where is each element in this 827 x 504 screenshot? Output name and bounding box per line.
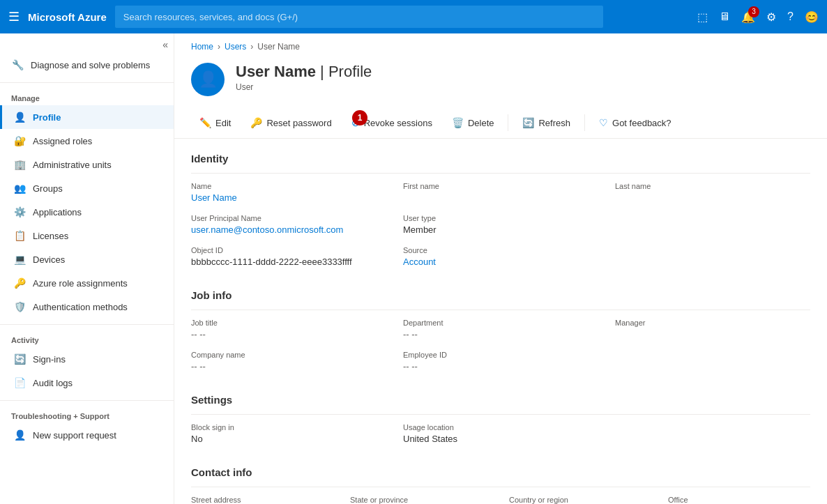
edit-button[interactable]: ✏️ Edit — [191, 113, 239, 132]
sidebar-item-devices[interactable]: 💻 Devices — [0, 247, 174, 271]
refresh-button[interactable]: 🔄 Refresh — [514, 113, 579, 132]
brand-name: Microsoft Azure — [28, 11, 107, 23]
settings-section-header: Settings — [191, 380, 810, 414]
diagnose-icon: 🔧 — [11, 59, 24, 71]
sidebar-divider-2 — [0, 324, 174, 325]
identity-empty-1 — [615, 214, 810, 235]
sidebar-item-label-devices: Devices — [33, 254, 65, 265]
step-badge-1: 1 — [352, 110, 367, 125]
toolbar-divider — [508, 114, 508, 131]
sidebar-item-azure-role-assignments[interactable]: 🔑 Azure role assignments — [0, 271, 174, 295]
identity-usertype-item: User type Member — [403, 214, 598, 235]
account-icon[interactable]: 😊 — [805, 10, 819, 24]
sidebar-divider-3 — [0, 400, 174, 401]
search-input[interactable] — [115, 6, 603, 28]
activity-section-label: Activity — [0, 330, 174, 347]
hamburger-menu[interactable]: ☰ — [8, 9, 20, 24]
jobinfo-manager-item: Manager — [615, 319, 810, 339]
azure-role-assignments-icon: 🔑 — [13, 277, 26, 289]
sidebar-item-label-licenses: Licenses — [33, 231, 68, 241]
sidebar-item-label-applications: Applications — [33, 207, 82, 217]
avatar: 👤 — [191, 63, 225, 96]
identity-lastname-item: Last name — [615, 182, 810, 203]
contact-office-label: Office — [668, 496, 810, 504]
contact-street-label: Street address — [191, 496, 333, 504]
sidebar-support-items: 👤 New support request — [0, 423, 174, 447]
breadcrumb-sep-2: › — [250, 42, 253, 52]
feedback-icon: ♡ — [599, 117, 608, 128]
identity-objectid-label: Object ID — [191, 246, 386, 254]
identity-section-header: Identity — [191, 139, 810, 173]
breadcrumb-current: User Name — [257, 42, 300, 52]
breadcrumb-sep-1: › — [218, 42, 220, 52]
contact-state-label: State or province — [350, 496, 492, 504]
sidebar-item-profile[interactable]: 👤 Profile — [0, 105, 174, 129]
collapse-button[interactable]: « — [162, 39, 168, 50]
identity-upn-label: User Principal Name — [191, 214, 386, 222]
jobinfo-dept-label: Department — [403, 319, 598, 327]
breadcrumb: Home › Users › User Name — [174, 33, 827, 57]
sidebar-item-licenses[interactable]: 📋 Licenses — [0, 224, 174, 247]
sidebar-item-label-assigned-roles: Assigned roles — [33, 136, 92, 146]
settings-location-label: Usage location — [403, 423, 598, 432]
notification-badge: 3 — [748, 6, 759, 17]
settings-blocksignin-label: Block sign in — [191, 423, 386, 432]
sidebar-divider-1 — [0, 82, 174, 83]
portal-icon[interactable]: ⬚ — [697, 10, 708, 24]
toolbar-divider-2 — [584, 114, 585, 131]
breadcrumb-home[interactable]: Home — [191, 42, 213, 52]
identity-source-label: Source — [403, 246, 598, 254]
manage-section-label: Manage — [0, 89, 174, 105]
jobinfo-dept-item: Department -- -- — [403, 319, 598, 339]
identity-source-value[interactable]: Account — [403, 257, 436, 267]
sidebar-item-audit-logs[interactable]: 📄 Audit logs — [0, 371, 174, 395]
sidebar-collapse-area: « — [0, 33, 174, 53]
sidebar-item-administrative-units[interactable]: 🏢 Administrative units — [0, 153, 174, 176]
jobinfo-section-header: Job info — [191, 275, 810, 310]
notifications-icon[interactable]: 🔔 3 — [741, 10, 755, 24]
settings-grid: Block sign in No Usage location United S… — [191, 415, 810, 452]
sidebar-activity-items: 🔄 Sign-ins 📄 Audit logs — [0, 347, 174, 395]
identity-source-item: Source Account — [403, 246, 598, 267]
identity-grid: Name User Name First name Last name User… — [191, 174, 810, 275]
delete-button[interactable]: 🗑️ Delete — [443, 113, 503, 132]
reset-password-button[interactable]: 🔑 Reset password — [242, 113, 340, 132]
jobinfo-title-item: Job title -- -- — [191, 319, 386, 339]
identity-firstname-label: First name — [403, 182, 598, 190]
sidebar-item-groups[interactable]: 👥 Groups — [0, 176, 174, 200]
edit-label: Edit — [215, 118, 231, 128]
sidebar-item-assigned-roles[interactable]: 🔐 Assigned roles — [0, 129, 174, 153]
sidebar-item-diagnose[interactable]: 🔧 Diagnose and solve problems — [0, 53, 174, 77]
jobinfo-company-item: Company name -- -- — [191, 351, 386, 372]
profile-content: Identity Name User Name First name Last … — [174, 139, 827, 504]
sidebar-item-applications[interactable]: ⚙️ Applications — [0, 200, 174, 224]
jobinfo-dept-value: -- -- — [403, 329, 598, 339]
breadcrumb-users[interactable]: Users — [225, 42, 246, 52]
sidebar-item-label-profile: Profile — [33, 112, 61, 123]
reset-password-icon: 🔑 — [250, 117, 262, 128]
feedback-label: Got feedback? — [612, 118, 672, 128]
sidebar-item-label-new-support-request: New support request — [33, 430, 116, 441]
identity-firstname-item: First name — [403, 182, 598, 203]
contact-country-label: Country or region — [509, 496, 651, 504]
identity-usertype-value: Member — [403, 224, 598, 235]
sidebar-item-label-azure-role-assignments: Azure role assignments — [33, 278, 128, 289]
contact-grid-1: Street address -- -- State or province -… — [191, 487, 810, 504]
identity-name-label: Name — [191, 182, 386, 190]
sidebar-item-authentication-methods[interactable]: 🛡️ Authentication methods — [0, 295, 174, 319]
sidebar-item-new-support-request[interactable]: 👤 New support request — [0, 423, 174, 447]
applications-icon: ⚙️ — [13, 206, 26, 218]
help-icon[interactable]: ? — [787, 10, 794, 23]
devices-icon: 💻 — [13, 253, 26, 266]
top-navigation: ☰ Microsoft Azure ⬚ 🖥 🔔 3 ⚙ ? 😊 — [0, 0, 827, 33]
settings-icon[interactable]: ⚙ — [766, 10, 776, 24]
contact-state-item: State or province -- -- — [350, 496, 492, 504]
authentication-methods-icon: 🛡️ — [13, 300, 26, 313]
sidebar-item-sign-ins[interactable]: 🔄 Sign-ins — [0, 347, 174, 371]
delete-label: Delete — [468, 118, 494, 128]
sign-ins-icon: 🔄 — [13, 353, 26, 365]
cloud-shell-icon[interactable]: 🖥 — [719, 10, 730, 23]
identity-objectid-item: Object ID bbbbcccc-1111-dddd-2222-eeee33… — [191, 246, 386, 267]
feedback-button[interactable]: ♡ Got feedback? — [591, 113, 680, 132]
page-title-name: User Name — [236, 63, 316, 80]
